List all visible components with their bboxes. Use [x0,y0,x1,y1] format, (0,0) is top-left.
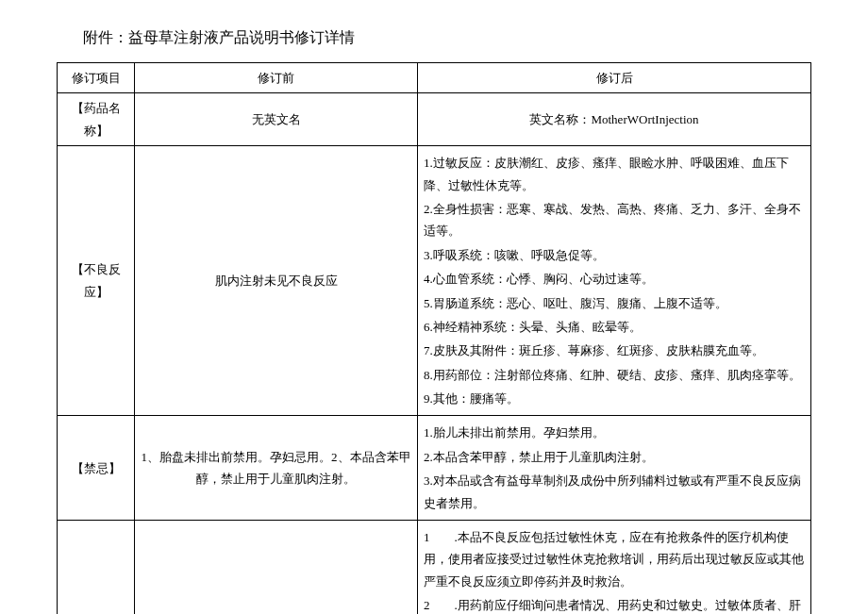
list-item: 1.过敏反应：皮肤潮红、皮疹、瘙痒、眼睑水肿、呼吸困难、血压下降、过敏性休克等。 [424,152,805,196]
row-before: 1、胎盘未排出前禁用。孕妇忌用。2、本品含苯甲醇，禁止用于儿童肌肉注射。 [135,416,418,521]
list-item: 6.神经精神系统：头晕、头痛、眩晕等。 [424,316,805,338]
row-after: 1.过敏反应：皮肤潮红、皮疹、瘙痒、眼睑水肿、呼吸困难、血压下降、过敏性休克等。… [418,146,811,416]
list-item: 9.其他：腰痛等。 [424,388,805,409]
header-col3: 修订后 [418,63,811,93]
list-item: 2.本品含苯甲醇，禁止用于儿童肌肉注射。 [424,446,805,468]
header-col1: 修订项目 [58,63,135,93]
list-item: 7.皮肤及其附件：斑丘疹、荨麻疹、红斑疹、皮肤粘膜充血等。 [424,340,805,361]
list-item: 1 .本品不良反应包括过敏性休克，应在有抢救条件的医疗机构使用，使用者应接受过过… [424,526,805,592]
row-label: 【注意事项】 [58,521,135,614]
row-before: 尚不明确 [135,521,418,614]
row-before: 无英文名 [135,93,418,146]
row-before: 肌内注射未见不良反应 [135,146,418,416]
table-row: 【禁忌】 1、胎盘未排出前禁用。孕妇忌用。2、本品含苯甲醇，禁止用于儿童肌肉注射… [58,416,811,521]
row-label: 【药品名称】 [58,93,135,146]
table-row: 【不良反应】 肌内注射未见不良反应 1.过敏反应：皮肤潮红、皮疹、瘙痒、眼睑水肿… [58,146,811,416]
list-item: 1.胎儿未排出前禁用。孕妇禁用。 [424,422,805,443]
table-header-row: 修订项目 修订前 修订后 [58,63,811,93]
list-item: 3.对本品或含有益母草制剂及成份中所列辅料过敏或有严重不良反应病史者禁用。 [424,470,805,514]
list-item: 5.胃肠道系统：恶心、呕吐、腹泻、腹痛、上腹不适等。 [424,292,805,314]
list-item: 4.心血管系统：心悸、胸闷、心动过速等。 [424,268,805,290]
list-item: 2 .用药前应仔细询问患者情况、用药史和过敏史。过敏体质者、肝肾功能异常者、老人… [424,594,805,614]
row-label: 【禁忌】 [58,416,135,521]
list-item: 8.用药部位：注射部位疼痛、红肿、硬结、皮疹、瘙痒、肌肉痉挛等。 [424,364,805,386]
table-row: 【注意事项】 尚不明确 1 .本品不良反应包括过敏性休克，应在有抢救条件的医疗机… [58,521,811,614]
page-title: 附件：益母草注射液产品说明书修订详情 [83,28,811,48]
revision-table: 修订项目 修订前 修订后 【药品名称】 无英文名 英文名称：MotherWOrt… [57,62,811,614]
row-after: 1.胎儿未排出前禁用。孕妇禁用。 2.本品含苯甲醇，禁止用于儿童肌肉注射。 3.… [418,416,811,521]
row-label: 【不良反应】 [58,146,135,416]
row-after: 英文名称：MotherWOrtInjection [418,93,811,146]
list-item: 3.呼吸系统：咳嗽、呼吸急促等。 [424,244,805,266]
list-item: 2.全身性损害：恶寒、寒战、发热、高热、疼痛、乏力、多汗、全身不适等。 [424,198,805,242]
header-col2: 修订前 [135,63,418,93]
table-row: 【药品名称】 无英文名 英文名称：MotherWOrtInjection [58,93,811,146]
row-after: 1 .本品不良反应包括过敏性休克，应在有抢救条件的医疗机构使用，使用者应接受过过… [418,521,811,614]
